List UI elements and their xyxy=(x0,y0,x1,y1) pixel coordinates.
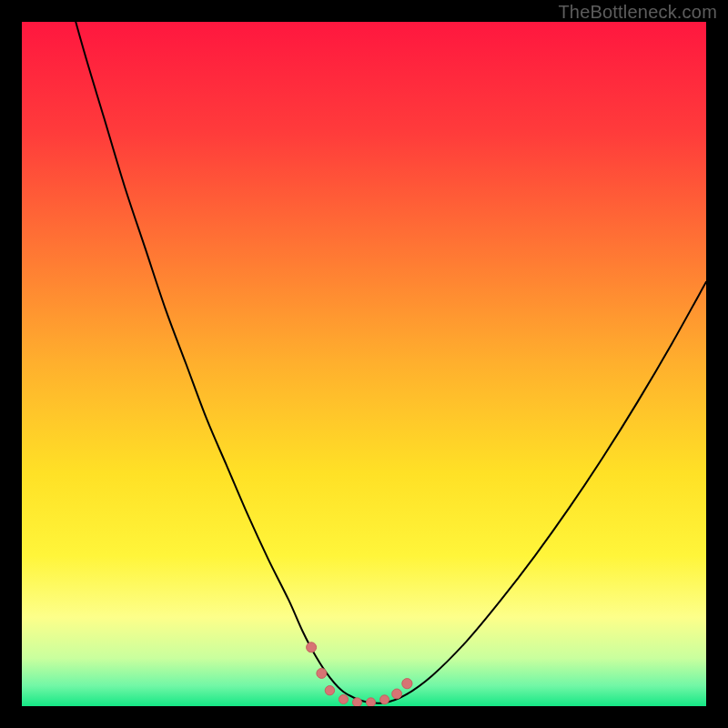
watermark-text: TheBottleneck.com xyxy=(558,2,717,23)
trough-marker xyxy=(317,668,327,678)
trough-marker xyxy=(402,679,412,689)
trough-marker xyxy=(392,689,402,699)
trough-marker xyxy=(367,698,376,706)
gradient-background xyxy=(22,22,706,706)
trough-marker xyxy=(307,642,317,652)
plot-area xyxy=(22,22,706,706)
trough-marker xyxy=(380,695,389,704)
bottleneck-chart xyxy=(22,22,706,706)
chart-frame: TheBottleneck.com xyxy=(0,0,728,728)
trough-marker xyxy=(352,698,361,706)
trough-marker xyxy=(325,686,334,695)
trough-marker xyxy=(339,694,348,703)
